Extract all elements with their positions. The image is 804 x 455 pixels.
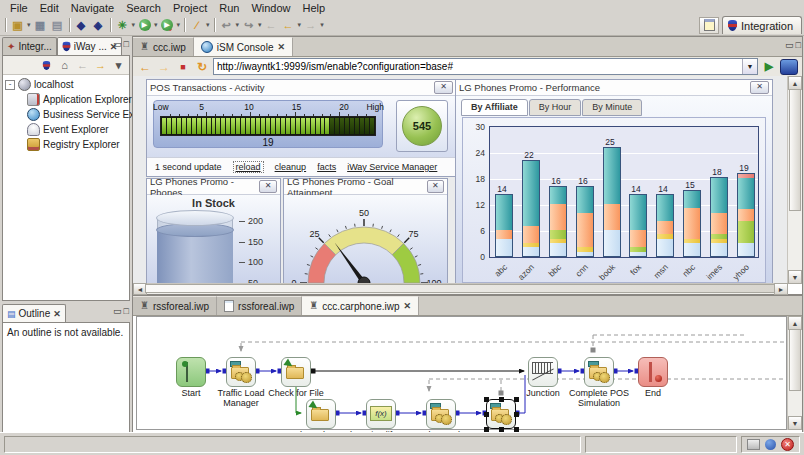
menu-help[interactable]: Help: [297, 2, 332, 14]
view-minmax[interactable]: ▭□: [113, 39, 129, 49]
editor-tab-ccc-iwp[interactable]: ♜ccc.iwp: [133, 37, 194, 56]
remote-status-icon[interactable]: [765, 439, 776, 450]
new-wizard-dropdown-icon[interactable]: ▾: [27, 21, 31, 29]
view-menu-icon[interactable]: ▾: [111, 58, 126, 72]
back-dropdown-icon[interactable]: ▾: [298, 21, 302, 29]
error-log-icon[interactable]: ✕: [781, 438, 794, 451]
search-wand-dropdown-icon[interactable]: ▾: [206, 21, 210, 29]
iway-deploy-icon[interactable]: ◈: [90, 17, 107, 33]
maximize-icon[interactable]: □: [796, 40, 801, 50]
forward-icon[interactable]: →: [302, 17, 319, 33]
menu-project[interactable]: Project: [167, 2, 213, 14]
menu-navigate[interactable]: Navigate: [65, 2, 120, 14]
menu-window[interactable]: Window: [245, 2, 296, 14]
menu-run[interactable]: Run: [213, 2, 245, 14]
browser-stop-icon[interactable]: ■: [175, 59, 191, 74]
open-perspective-button[interactable]: [699, 17, 719, 34]
maximize-icon[interactable]: □: [124, 39, 129, 49]
tree-item-application[interactable]: Application Explorer: [3, 92, 129, 107]
menu-file[interactable]: File: [4, 2, 34, 14]
next-annotation-dropdown-icon[interactable]: ▾: [258, 21, 262, 29]
print-icon[interactable]: ▤: [49, 17, 66, 33]
open-external-browser-icon[interactable]: [780, 59, 798, 75]
new-wizard-icon[interactable]: ▣: [9, 17, 26, 33]
last-edit-location-dropdown-icon[interactable]: ▾: [236, 21, 240, 29]
minimize-icon[interactable]: ▭: [113, 306, 122, 316]
url-dropdown-icon[interactable]: ▼: [742, 59, 757, 74]
debug-dropdown-icon[interactable]: ▾: [132, 21, 136, 29]
tab-integr[interactable]: ✦Integr...: [2, 37, 57, 55]
scroll-down-icon[interactable]: ▼: [788, 270, 802, 284]
url-input[interactable]: [214, 60, 742, 73]
scroll-thumb[interactable]: [789, 329, 801, 391]
tab-outline[interactable]: ▤ Outline ✕: [2, 304, 66, 322]
editor-minmax[interactable]: ▭□: [785, 40, 801, 50]
scroll-thumb[interactable]: [789, 89, 801, 211]
scroll-down-icon[interactable]: ▼: [788, 416, 802, 430]
minimize-icon[interactable]: ▭: [785, 40, 794, 50]
clip-icon[interactable]: [747, 439, 760, 450]
panel-close-icon[interactable]: ✕: [750, 81, 769, 94]
panel-close-icon[interactable]: ✕: [427, 180, 444, 193]
selection-handle[interactable]: [484, 412, 489, 417]
close-icon[interactable]: ✕: [277, 42, 285, 52]
menu-edit[interactable]: Edit: [34, 2, 65, 14]
selection-handle[interactable]: [514, 412, 519, 417]
next-annotation-icon[interactable]: ↪: [240, 17, 257, 33]
editor-tab-rssforeal-iwp[interactable]: ♜rssforeal.iwp: [133, 296, 217, 315]
panel-close-icon[interactable]: ✕: [259, 180, 277, 193]
tree-item-event[interactable]: Event Explorer: [3, 122, 129, 137]
browser-go-icon[interactable]: ▶: [761, 60, 777, 73]
debug-icon[interactable]: ✳: [114, 17, 131, 33]
tree-expander-icon[interactable]: -: [5, 80, 15, 90]
link-iway-service-manager[interactable]: iWay Service Manager: [347, 162, 437, 172]
perspective-button-integration[interactable]: Integration: [722, 16, 802, 34]
browser-forward-icon[interactable]: →: [156, 59, 172, 74]
selection-handle[interactable]: [484, 397, 489, 402]
panel-close-icon[interactable]: ✕: [434, 81, 453, 94]
back-icon[interactable]: ←: [280, 17, 297, 33]
tab-by-affiliate[interactable]: By Affiliate: [461, 99, 528, 116]
browser-horizontal-scrollbar[interactable]: ◄ ►: [133, 283, 788, 294]
editor-tab-rssforeal-iwp[interactable]: rssforeal.iwp: [217, 296, 302, 315]
last-edit-location-icon[interactable]: ↩: [218, 17, 235, 33]
tree-item-registry[interactable]: Registry Explorer: [3, 137, 129, 152]
tab-by-hour[interactable]: By Hour: [529, 99, 582, 116]
run-external-icon[interactable]: ▶: [159, 17, 176, 33]
browser-vertical-scrollbar[interactable]: ▲ ▼: [787, 76, 802, 284]
browser-back-icon[interactable]: ←: [137, 59, 153, 74]
close-icon[interactable]: ✕: [403, 301, 411, 311]
run-external-dropdown-icon[interactable]: ▾: [177, 21, 181, 29]
tab-by-minute[interactable]: By Minute: [582, 99, 642, 116]
home-icon[interactable]: ⌂: [57, 58, 72, 72]
iway-designer-icon[interactable]: ◆: [73, 17, 90, 33]
scroll-thumb[interactable]: [145, 284, 776, 293]
run-dropdown-icon[interactable]: ▾: [154, 21, 158, 29]
forward-dropdown-icon[interactable]: ▾: [320, 21, 324, 29]
iway-shield-icon[interactable]: [39, 58, 54, 72]
menu-search[interactable]: Search: [120, 2, 167, 14]
link-cleanup[interactable]: cleanup: [275, 162, 307, 172]
save-icon[interactable]: ▦: [32, 17, 49, 33]
back-icon[interactable]: ←: [75, 58, 90, 72]
link-facts[interactable]: facts: [317, 162, 336, 172]
back-disabled-icon[interactable]: ←: [263, 17, 280, 33]
browser-refresh-icon[interactable]: ↻: [194, 59, 210, 74]
editor-tab-ism-console[interactable]: iSM Console✕: [194, 37, 293, 56]
tree-item-business[interactable]: Business Service Explorer: [3, 107, 129, 122]
run-icon[interactable]: ▶: [136, 17, 153, 33]
link-reload[interactable]: reload: [233, 161, 264, 173]
process-flow-canvas[interactable]: StartTraffic Load ManagerCheck for FileL…: [136, 316, 787, 430]
minimize-icon[interactable]: ▭: [113, 39, 122, 49]
scroll-up-icon[interactable]: ▲: [788, 316, 802, 330]
canvas-vertical-scrollbar[interactable]: ▲ ▼: [787, 316, 802, 430]
tree-item-localhost[interactable]: -localhost: [3, 77, 129, 92]
close-icon[interactable]: ✕: [53, 309, 61, 319]
editor-tab-ccc-carphone-iwp[interactable]: ♜ccc.carphone.iwp✕: [302, 296, 419, 315]
scroll-up-icon[interactable]: ▲: [788, 76, 802, 90]
forward-icon[interactable]: →: [93, 58, 108, 72]
search-wand-icon[interactable]: ∕: [188, 17, 205, 33]
maximize-icon[interactable]: □: [124, 306, 129, 316]
view-minmax[interactable]: ▭□: [113, 306, 129, 316]
scroll-right-icon[interactable]: ►: [774, 283, 788, 295]
